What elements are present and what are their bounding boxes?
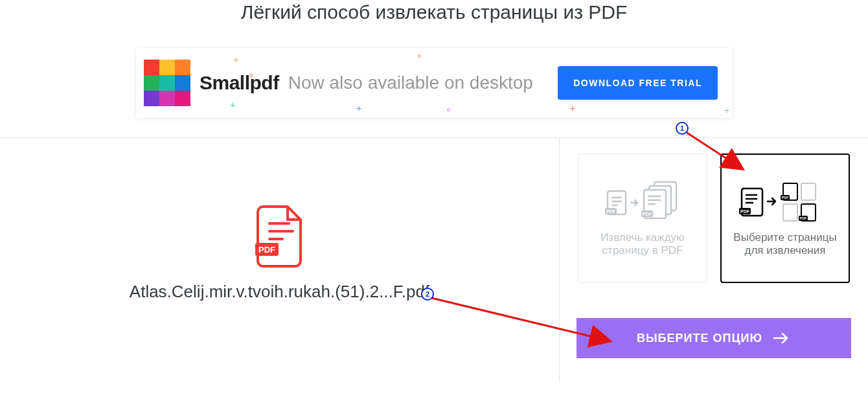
svg-text:PDF: PDF [782, 196, 790, 200]
banner-subtitle: Now also available on desktop [288, 73, 533, 93]
svg-text:PDF: PDF [643, 212, 652, 216]
decoration-plus: + [233, 54, 238, 65]
annotation-badge-2: 2 [421, 288, 434, 301]
option-label: Выберите страницы для извлечения [728, 231, 842, 258]
option-select-pages[interactable]: PDF PDF PDF Выберите страницы для извлеч… [720, 154, 850, 283]
svg-text:PDF: PDF [740, 209, 750, 214]
download-trial-button[interactable]: DOWNLOAD FREE TRIAL [558, 66, 718, 100]
smallpdf-logo [144, 60, 190, 106]
svg-text:PDF: PDF [258, 245, 275, 255]
file-drop-area[interactable]: PDF Atlas.Celij.mir.v.tvoih.rukah.(51).2… [0, 138, 560, 382]
svg-rect-28 [801, 183, 816, 200]
pdf-file-icon: PDF [254, 205, 306, 268]
arrow-right-icon [773, 332, 791, 345]
svg-text:PDF: PDF [800, 216, 808, 220]
svg-rect-29 [783, 204, 797, 221]
decoration-plus: + [230, 100, 235, 110]
option-extract-all[interactable]: PDF PDF Извлечь каждую страницу в PDF [578, 154, 707, 283]
decoration-dot [447, 108, 450, 111]
svg-text:PDF: PDF [606, 209, 616, 214]
option-label: Извлечь каждую страницу в PDF [585, 231, 700, 258]
decoration-dot [249, 74, 253, 77]
decoration-dot [418, 54, 421, 58]
file-name-label: Atlas.Celij.mir.v.tvoih.rukah.(51).2...F… [130, 282, 429, 302]
decoration-plus: + [356, 103, 361, 113]
decoration-plus: + [570, 103, 575, 113]
extract-all-icon: PDF PDF [604, 179, 681, 225]
annotation-badge-1: 1 [676, 122, 689, 135]
select-pages-icon: PDF PDF PDF [737, 179, 834, 225]
main-area: PDF Atlas.Celij.mir.v.tvoih.rukah.(51).2… [0, 137, 868, 382]
options-panel: PDF PDF Извлечь каждую страницу в PDF [560, 138, 868, 382]
desktop-banner: + + + + + Smallpdf Now also available on… [136, 48, 732, 118]
banner-title: Smallpdf [200, 72, 279, 94]
select-button-label: ВЫБЕРИТЕ ОПЦИЮ [637, 332, 762, 345]
select-option-button[interactable]: ВЫБЕРИТЕ ОПЦИЮ [577, 318, 851, 358]
decoration-plus: + [724, 105, 729, 115]
page-headline: Лёгкий способ извлекать страницы из PDF [0, 0, 868, 23]
